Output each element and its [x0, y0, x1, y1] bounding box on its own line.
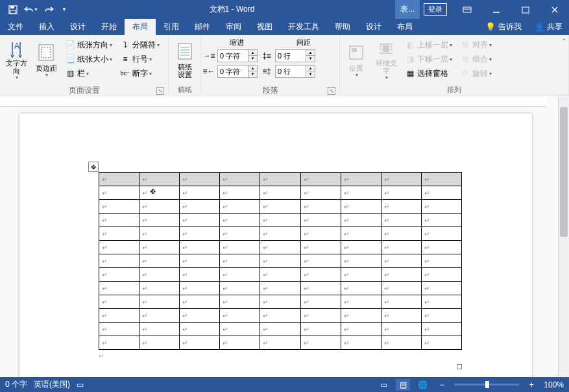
tab-table-design[interactable]: 设计: [358, 19, 389, 35]
table-cell[interactable]: ↵: [220, 214, 260, 227]
table-cell[interactable]: ↵: [260, 268, 300, 282]
maximize-button[interactable]: [511, 0, 540, 19]
web-layout-button[interactable]: 🌐: [415, 379, 430, 391]
table-cell[interactable]: ↵: [381, 323, 421, 336]
table-cell[interactable]: ↵: [300, 254, 341, 268]
table-cell[interactable]: ↵: [180, 309, 220, 323]
table-cell[interactable]: ↵: [421, 323, 461, 336]
table-cell[interactable]: ↵: [260, 227, 300, 241]
size-button[interactable]: 📃纸张大小▾: [62, 52, 115, 66]
table-cell[interactable]: ↵: [300, 227, 341, 241]
table-cell[interactable]: ↵: [139, 200, 180, 214]
table-cell[interactable]: ↵: [381, 268, 421, 282]
group-button[interactable]: ⧉组合▾: [457, 52, 494, 66]
close-button[interactable]: [540, 0, 569, 19]
table-cell[interactable]: ↵: [260, 241, 300, 254]
table-cell[interactable]: ↵: [381, 173, 421, 186]
tab-review[interactable]: 审阅: [218, 19, 249, 35]
table-cell[interactable]: ↵: [220, 227, 260, 241]
table-cell[interactable]: ↵: [300, 214, 341, 227]
table-cell[interactable]: ↵: [99, 323, 139, 336]
table-cell[interactable]: ↵: [180, 173, 220, 186]
table-cell[interactable]: ↵: [341, 227, 381, 241]
hyphenation-button[interactable]: bc⁻断字▾: [117, 66, 162, 80]
tab-insert[interactable]: 插入: [31, 19, 62, 35]
manuscript-button[interactable]: 稿纸 设置: [171, 38, 198, 82]
space-after-input[interactable]: 0 行▲▼: [275, 65, 315, 78]
table-cell[interactable]: ↵: [421, 282, 461, 295]
zoom-level[interactable]: 100%: [544, 380, 564, 389]
table-cell[interactable]: ↵: [99, 227, 139, 241]
table-cell[interactable]: ↵: [220, 323, 260, 336]
table-cell[interactable]: ↵: [341, 268, 381, 282]
send-backward-button[interactable]: ◨下移一层▾: [402, 52, 455, 66]
table-cell[interactable]: ↵: [381, 200, 421, 214]
table-cell[interactable]: ↵: [381, 214, 421, 227]
table-cell[interactable]: ↵: [300, 241, 341, 254]
table-cell[interactable]: ↵: [381, 309, 421, 323]
indent-right-input[interactable]: 0 字符▲▼: [217, 65, 258, 78]
horizontal-ruler[interactable]: [0, 95, 547, 107]
table-cell[interactable]: ↵: [260, 336, 300, 350]
table-cell[interactable]: ↵: [341, 323, 381, 336]
selection-pane-button[interactable]: ▦选择窗格: [402, 66, 455, 80]
table-cell[interactable]: ↵: [300, 336, 341, 350]
table-cell[interactable]: ↵: [139, 214, 180, 227]
position-button[interactable]: 位置▾: [343, 38, 370, 82]
tab-table-layout[interactable]: 布局: [389, 19, 420, 35]
read-mode-button[interactable]: ▭: [376, 379, 391, 391]
table-cell[interactable]: ↵: [220, 336, 260, 350]
table-cell[interactable]: ↵: [220, 200, 260, 214]
table-cell[interactable]: ↵: [421, 295, 461, 309]
undo-button[interactable]: ▼: [23, 2, 39, 18]
line-numbers-button[interactable]: ≡行号▾: [117, 52, 162, 66]
table-cell[interactable]: ↵: [180, 268, 220, 282]
word-count[interactable]: 0 个字: [5, 379, 27, 390]
table-cell[interactable]: ↵: [381, 227, 421, 241]
table-cell[interactable]: ↵: [260, 254, 300, 268]
table-cell[interactable]: ↵: [260, 186, 300, 200]
table-cell[interactable]: ↵: [381, 186, 421, 200]
rotate-button[interactable]: ⟳旋转▾: [457, 66, 494, 80]
table-cell[interactable]: ↵: [341, 200, 381, 214]
table-cell[interactable]: ↵: [260, 200, 300, 214]
table-cell[interactable]: ↵: [220, 295, 260, 309]
table-cell[interactable]: ↵: [421, 309, 461, 323]
tab-design[interactable]: 设计: [62, 19, 93, 35]
table-cell[interactable]: ↵: [421, 173, 461, 186]
table-cell[interactable]: ↵: [99, 200, 139, 214]
table-cell[interactable]: ↵: [180, 227, 220, 241]
indent-left-input[interactable]: 0 字符▲▼: [217, 49, 258, 62]
tab-reference[interactable]: 引用: [156, 19, 187, 35]
share-button[interactable]: 👤共享: [528, 19, 569, 35]
tab-help[interactable]: 帮助: [327, 19, 358, 35]
table-cell[interactable]: ↵: [300, 186, 341, 200]
zoom-out-button[interactable]: −: [435, 379, 449, 391]
table-cell[interactable]: ↵: [300, 173, 341, 186]
table-cell[interactable]: ↵: [220, 186, 260, 200]
table-cell[interactable]: ↵: [180, 295, 220, 309]
table-cell[interactable]: ↵: [99, 186, 139, 200]
text-direction-button[interactable]: A 文字方向 ▾: [3, 38, 30, 82]
align-button[interactable]: ⊞对齐▾: [457, 38, 494, 52]
table-cell[interactable]: ↵: [139, 268, 180, 282]
table-cell[interactable]: ↵: [341, 214, 381, 227]
table-cell[interactable]: ↵: [180, 282, 220, 295]
scroll-thumb[interactable]: [560, 107, 568, 237]
table-cell[interactable]: ↵: [341, 282, 381, 295]
table-cell[interactable]: ↵: [139, 295, 180, 309]
table-cell[interactable]: ↵: [220, 309, 260, 323]
table-cell[interactable]: ↵: [139, 173, 180, 186]
table-cell[interactable]: ↵: [341, 336, 381, 350]
save-button[interactable]: [5, 2, 21, 18]
table-cell[interactable]: ↵✥: [139, 186, 180, 200]
table-resize-handle[interactable]: [457, 364, 462, 369]
wrap-text-button[interactable]: 环绕文字▾: [372, 38, 400, 82]
columns-button[interactable]: ▥栏▾: [62, 66, 115, 80]
table-cell[interactable]: ↵: [139, 227, 180, 241]
table-cell[interactable]: ↵: [341, 173, 381, 186]
redo-button[interactable]: [42, 2, 57, 18]
page[interactable]: ✥ ↵↵↵↵↵↵↵↵↵↵↵✥↵↵↵↵↵↵↵↵↵↵↵↵↵↵↵↵↵↵↵↵↵↵↵↵↵↵…: [19, 114, 532, 377]
table-cell[interactable]: ↵: [421, 336, 461, 350]
breaks-button[interactable]: ⤵分隔符▾: [117, 38, 162, 52]
